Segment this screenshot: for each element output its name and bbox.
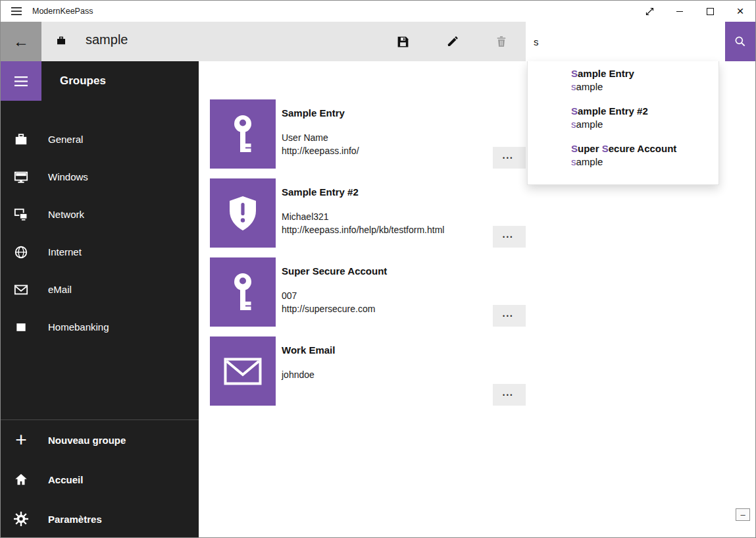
globe-icon [1, 245, 41, 259]
search-result-title: Sample Entry [571, 68, 718, 79]
entry-details: johndoe [282, 368, 335, 381]
search-result-subtitle: sample [571, 156, 718, 167]
search-input[interactable] [526, 22, 725, 61]
pencil-icon [446, 35, 459, 48]
home-icon [1, 472, 41, 487]
entry-tile [210, 257, 276, 327]
search-icon [734, 35, 747, 48]
search-box [526, 22, 755, 61]
app-window: ModernKeePass × ← sample [0, 0, 756, 538]
entry-text: Work Email johndoe [282, 336, 335, 406]
more-button[interactable]: ••• [493, 226, 526, 248]
command-bar: ← sample [1, 22, 755, 61]
sidebar-item-email[interactable]: eMail [1, 271, 199, 308]
delete-button[interactable] [486, 26, 517, 57]
sidebar-item-general[interactable]: General [1, 121, 199, 158]
plus-icon: + [1, 430, 41, 450]
app-title: ModernKeePass [32, 7, 93, 16]
entry-url: http://keepass.info/ [282, 144, 359, 157]
search-result-title: Super Secure Account [571, 143, 718, 154]
entry-text: Sample Entry #2 Michael321 http://keepas… [282, 178, 444, 248]
close-button[interactable]: × [725, 1, 755, 22]
entry-title: Work Email [282, 344, 335, 356]
envelope-icon [1, 282, 41, 297]
trash-icon [495, 35, 508, 48]
sidebar-footer: + Nouveau groupe Accueil [1, 419, 199, 538]
fullscreen-button[interactable] [634, 1, 665, 22]
more-button[interactable]: ••• [493, 147, 526, 169]
sidebar-item-windows[interactable]: Windows [1, 158, 199, 196]
search-result-title: Sample Entry #2 [571, 105, 718, 117]
nav-toggle-button[interactable] [1, 61, 41, 101]
page-title: sample [86, 32, 128, 47]
titlebar-menu-button[interactable] [1, 1, 32, 22]
more-button[interactable]: ••• [493, 305, 526, 327]
key-icon [228, 272, 258, 313]
homebanking-icon [1, 321, 41, 334]
new-group-button[interactable]: + Nouveau groupe [1, 420, 199, 460]
groups-heading: Groupes [60, 61, 106, 101]
sidebar-item-network[interactable]: Network [1, 196, 199, 233]
entry-tile [210, 99, 276, 169]
network-icon [1, 207, 41, 222]
back-button[interactable]: ← [1, 22, 41, 61]
entry-row[interactable]: Sample Entry #2 Michael321 http://keepas… [210, 178, 756, 248]
shield-exclamation-icon [227, 195, 259, 232]
group-list: General Windows [1, 121, 199, 346]
sidebar-item-internet[interactable]: Internet [1, 233, 199, 271]
ellipsis-icon: ••• [503, 313, 514, 319]
entry-details: Michael321 http://keepass.info/help/kb/t… [282, 210, 444, 236]
entry-username: 007 [282, 289, 387, 302]
hamburger-icon [14, 76, 28, 87]
entry-text: Sample Entry User Name http://keepass.in… [282, 99, 359, 169]
back-arrow-icon: ← [13, 32, 29, 51]
search-result[interactable]: Super Secure Account sample [571, 143, 718, 167]
settings-button[interactable]: Paramètres [1, 499, 199, 538]
save-button[interactable] [387, 26, 418, 57]
entry-url: http://keepass.info/help/kb/testform.htm… [282, 223, 444, 236]
minimize-button[interactable] [665, 1, 695, 22]
entry-tile [210, 336, 276, 406]
ellipsis-icon: ••• [503, 392, 514, 398]
sidebar-item-homebanking[interactable]: Homebanking [1, 308, 199, 346]
search-result[interactable]: Sample Entry #2 sample [571, 105, 718, 130]
entry-title: Super Secure Account [282, 265, 387, 277]
more-button[interactable]: ••• [493, 384, 526, 406]
entry-title: Sample Entry #2 [282, 186, 444, 198]
maximize-icon [707, 8, 714, 15]
entry-username: Michael321 [282, 210, 444, 223]
entry-username: johndoe [282, 368, 335, 381]
entry-text: Super Secure Account 007 http://supersec… [282, 257, 387, 327]
entry-row[interactable]: Super Secure Account 007 http://supersec… [210, 257, 756, 327]
entry-details: User Name http://keepass.info/ [282, 131, 359, 157]
entry-details: 007 http://supersecure.com [282, 289, 387, 315]
home-button[interactable]: Accueil [1, 460, 199, 499]
minus-icon: – [740, 510, 745, 520]
search-result-subtitle: sample [571, 119, 718, 130]
ellipsis-icon: ••• [503, 234, 514, 240]
search-result-subtitle: sample [571, 81, 718, 92]
diagonal-arrows-icon [645, 7, 655, 16]
ellipsis-icon: ••• [503, 155, 514, 161]
titlebar: ModernKeePass × [1, 1, 755, 22]
edit-button[interactable] [437, 26, 468, 57]
maximize-button[interactable] [695, 1, 725, 22]
gear-icon [1, 512, 41, 526]
key-icon [228, 114, 258, 155]
entry-title: Sample Entry [282, 107, 359, 119]
close-icon: × [736, 4, 743, 18]
entry-row[interactable]: Work Email johndoe ••• [210, 336, 756, 406]
envelope-icon [224, 358, 262, 385]
sidebar: Groupes General [1, 61, 199, 538]
search-results-dropdown: Sample Entry sample Sample Entry #2 samp… [527, 61, 719, 185]
database-icon [56, 36, 66, 49]
minimize-icon [676, 11, 683, 12]
save-icon [396, 35, 410, 49]
hamburger-icon [11, 7, 22, 16]
entry-tile [210, 178, 276, 248]
monitor-icon [1, 170, 41, 184]
zoom-out-button[interactable]: – [736, 508, 750, 521]
briefcase-icon [1, 132, 41, 147]
search-result[interactable]: Sample Entry sample [571, 68, 718, 92]
search-button[interactable] [725, 22, 755, 61]
